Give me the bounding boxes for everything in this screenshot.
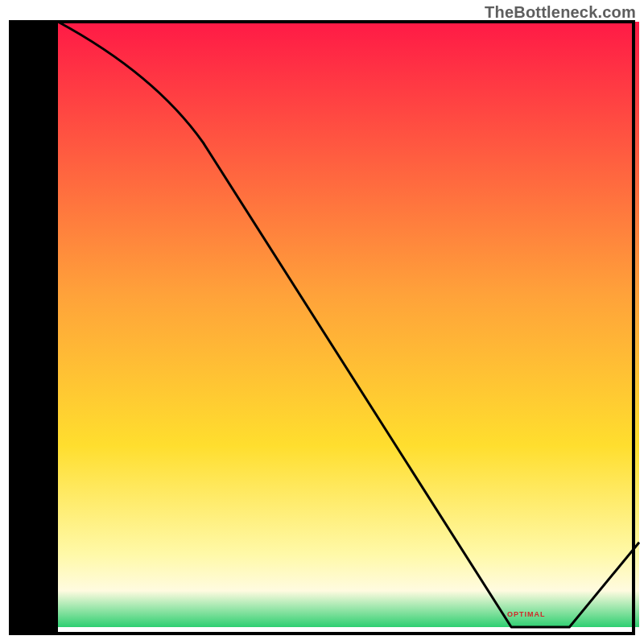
chart-svg bbox=[0, 0, 644, 644]
left-black-bar bbox=[10, 22, 58, 634]
valley-label: OPTIMAL bbox=[507, 610, 546, 618]
plot-background bbox=[58, 22, 639, 627]
chart-root: TheBottleneck.com OPTIMAL bbox=[0, 0, 644, 644]
